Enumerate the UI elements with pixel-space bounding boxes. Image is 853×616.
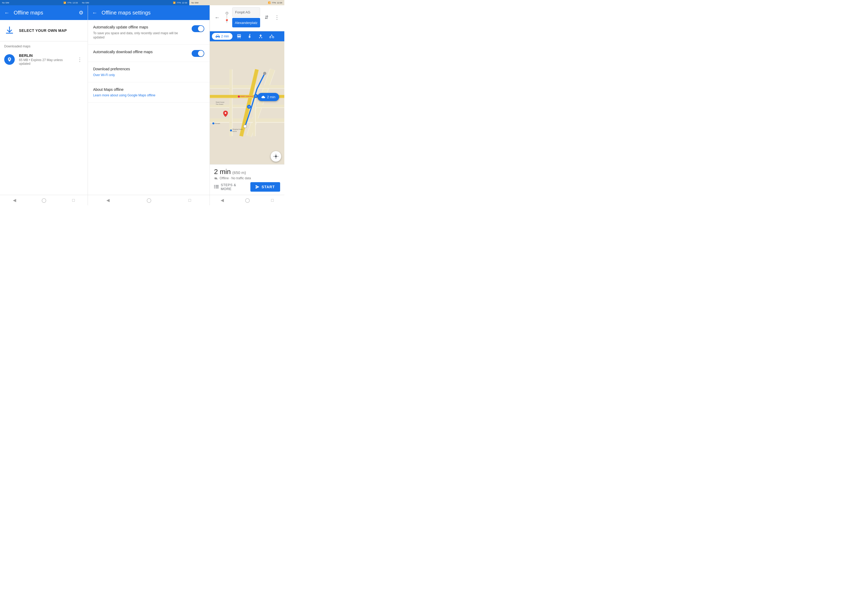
download-icon [4, 25, 15, 36]
svg-rect-14 [210, 85, 284, 88]
status-signal-p2: No SIM [82, 2, 89, 4]
berlin-map-meta: 65 MB • Expires 27 May unless updated [19, 58, 72, 65]
status-right-p2: 📶 77% 12:33 [173, 2, 187, 4]
svg-rect-20 [229, 70, 232, 136]
nav-info-panel: 2 min (650 m) Offline · No traffic data [210, 164, 284, 195]
svg-rect-2 [238, 38, 238, 38]
svg-point-11 [272, 35, 272, 35]
status-signal-p1: No SIM [2, 2, 9, 4]
nav-bar-p1: ◀ ◯ □ [0, 195, 88, 205]
status-bar-panel2: No SIM 📶 77% 12:33 [80, 0, 189, 5]
travel-mode-bike[interactable] [266, 33, 277, 40]
svg-text:The Grand: The Grand [216, 103, 223, 105]
download-prefs-title: Download preferences [93, 67, 204, 72]
svg-rect-48 [214, 188, 215, 188]
offline-cloud-icon [214, 177, 218, 180]
svg-text:Primark: Primark [215, 123, 220, 124]
auto-update-desc: To save you space and data, only recentl… [93, 31, 188, 40]
nav-eta-chip: 2 min [258, 93, 279, 101]
steps-more-button[interactable]: STEPS & MORE [214, 183, 247, 191]
select-own-map-label: SELECT YOUR OWN MAP [19, 29, 67, 33]
svg-point-8 [261, 37, 262, 38]
location-crosshair-icon [273, 154, 279, 159]
status-right-p1: 📶 77% 12:33 [64, 2, 77, 4]
download-prefs-link[interactable]: Over Wi-Fi only [93, 73, 204, 77]
more-options-button[interactable]: ⋮ [273, 13, 281, 21]
swap-directions-button[interactable]: ⇵ [262, 13, 271, 21]
settings-button[interactable]: ⚙ [79, 9, 83, 16]
auto-update-setting[interactable]: Automatically update offline maps To sav… [88, 20, 209, 45]
nav-recents-p3[interactable]: □ [271, 198, 274, 203]
nav-recents-p1[interactable]: □ [72, 198, 75, 203]
auto-update-toggle[interactable] [192, 25, 204, 32]
nav-home-p1[interactable]: ◯ [42, 198, 46, 203]
svg-point-36 [238, 96, 240, 97]
nav-distance: (650 m) [232, 170, 246, 175]
nav-bar-panel3: ◀ ◯ □ [210, 195, 284, 205]
back-button-p1[interactable]: ← [4, 10, 9, 16]
status-bar-panel1: No SIM 📶 77% 12:33 [0, 0, 80, 5]
berlin-more-button[interactable]: ⋮ [76, 55, 83, 64]
travel-mode-rideshare[interactable] [255, 32, 266, 40]
svg-point-25 [244, 125, 247, 128]
svg-point-41 [230, 129, 232, 131]
svg-text:Shopping Centre: Shopping Centre [232, 129, 243, 130]
svg-point-6 [249, 34, 250, 35]
svg-point-32 [225, 112, 226, 114]
berlin-map-item[interactable]: BERLIN 65 MB • Expires 27 May unless upd… [0, 50, 88, 69]
berlin-map-name: BERLIN [19, 53, 72, 58]
svg-rect-44 [214, 185, 215, 185]
panel2-title: Offline maps settings [102, 10, 205, 16]
nav-back-p1[interactable]: ◀ [13, 198, 16, 203]
nav-bar-p3: ◀ ◯ □ [210, 195, 284, 205]
auto-download-toggle[interactable] [192, 50, 204, 57]
nav-bar-panel2: ◀ ◯ □ [88, 195, 209, 205]
status-battery-p1: 77% [67, 2, 71, 4]
nav-back-p2[interactable]: ◀ [106, 198, 109, 203]
nav-back-p3[interactable]: ◀ [221, 198, 224, 203]
downloaded-maps-title: Downloaded maps [0, 41, 88, 50]
travel-mode-walk[interactable] [244, 32, 255, 40]
destination-pin-icon: 📍 [225, 19, 229, 23]
nav-home-p3[interactable]: ◯ [245, 198, 250, 203]
travel-mode-car[interactable]: 2 min [212, 33, 232, 40]
nav-home-p2[interactable]: ◯ [147, 198, 151, 203]
auto-update-title: Automatically update offline maps [93, 25, 188, 30]
auto-download-title: Automatically download offline maps [93, 50, 188, 55]
panel1-title: Offline maps [14, 10, 74, 16]
nav-duration: 2 min [214, 168, 231, 176]
svg-text:Steak house: Steak house [216, 102, 225, 103]
nav-recents-p2[interactable]: □ [188, 198, 191, 203]
status-battery-p2: 77% [177, 2, 181, 4]
about-offline-setting[interactable]: About Maps offline Learn more about usin… [88, 82, 209, 103]
back-button-p2[interactable]: ← [92, 10, 97, 16]
toggle-knob-auto-update [198, 26, 204, 32]
back-button-p3[interactable]: ← [213, 13, 222, 21]
svg-text:1: 1 [255, 95, 257, 97]
status-bar-panel3: No SIM 📶 77% 12:34 [189, 0, 284, 5]
select-own-map-row[interactable]: SELECT YOUR OWN MAP [0, 20, 88, 41]
auto-download-setting[interactable]: Automatically download offline maps [88, 45, 209, 62]
status-time-p3: 12:34 [277, 2, 282, 4]
route-connector-dot2 [226, 16, 227, 17]
about-offline-link[interactable]: Learn more about using Google Maps offli… [93, 93, 204, 98]
destination-input[interactable]: Alexanderplatz [232, 18, 260, 27]
location-button[interactable] [271, 151, 281, 162]
travel-mode-transit[interactable] [234, 32, 244, 40]
berlin-map-icon [4, 54, 15, 65]
svg-point-7 [259, 37, 260, 38]
svg-point-42 [275, 155, 277, 158]
panel1-header: ← Offline maps ⚙ [0, 5, 88, 20]
svg-rect-46 [214, 187, 215, 187]
status-signal-p3: No SIM [191, 2, 199, 4]
map-svg: 2 1 Steak house The Grand ONE80° Hostel … [210, 41, 284, 164]
status-time-p1: 12:33 [72, 2, 77, 4]
svg-rect-3 [240, 38, 240, 38]
travel-modes-bar: 2 min [210, 31, 284, 41]
start-navigation-button[interactable]: START [250, 182, 280, 192]
download-prefs-setting[interactable]: Download preferences Over Wi-Fi only [88, 62, 209, 82]
nav-offline-status: Offline · No traffic data [214, 176, 280, 180]
origin-input[interactable]: Fonpit AG [232, 8, 260, 17]
downloaded-maps-section: Downloaded maps BERLIN 65 MB • Expires 2… [0, 41, 88, 69]
route-connector-dot1 [226, 15, 227, 16]
